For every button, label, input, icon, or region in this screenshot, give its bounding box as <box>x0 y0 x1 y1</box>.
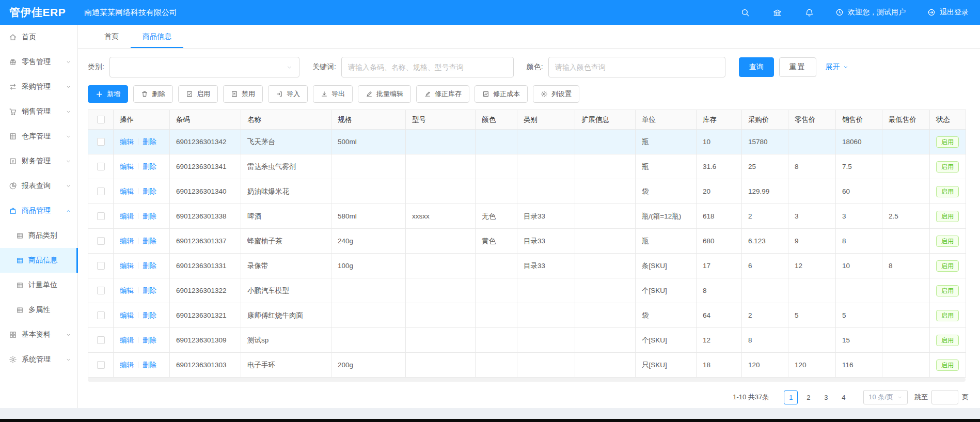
column-header: 单位 <box>636 110 697 130</box>
sidebar-item-label: 财务管理 <box>22 157 51 166</box>
sidebar-subitem[interactable]: 商品信息 <box>0 248 77 273</box>
edit-link[interactable]: 编辑 <box>120 187 134 195</box>
toolbar-button[interactable]: 禁用 <box>223 85 263 103</box>
sidebar-item[interactable]: 首页 <box>0 25 77 50</box>
row-checkbox[interactable] <box>97 163 105 170</box>
cell-sale_price: 18060 <box>836 130 882 154</box>
edit-link[interactable]: 编辑 <box>120 262 134 270</box>
sidebar-subitem[interactable]: 商品类别 <box>0 223 77 248</box>
chevron-down-icon <box>66 332 71 338</box>
sidebar-item[interactable]: 报表查询 <box>0 174 77 198</box>
expand-link[interactable]: 展开 <box>826 62 849 72</box>
toolbar-button[interactable]: 批量编辑 <box>358 85 411 103</box>
toolbar-button[interactable]: 修正成本 <box>475 85 528 103</box>
sidebar-item[interactable]: 商品管理 <box>0 198 77 223</box>
cell-color: 无色 <box>476 204 517 229</box>
sidebar-item[interactable]: 采购管理 <box>0 74 77 99</box>
row-checkbox[interactable] <box>97 187 105 195</box>
edit-link[interactable]: 编辑 <box>120 163 134 170</box>
edit-link[interactable]: 编辑 <box>120 336 134 344</box>
row-checkbox[interactable] <box>97 311 105 319</box>
cell-min_price <box>882 328 930 353</box>
sidebar-item[interactable]: 系统管理 <box>0 347 77 372</box>
bank-icon[interactable] <box>773 8 782 17</box>
cell-color: 黄色 <box>476 229 517 254</box>
sidebar-item[interactable]: 财务管理 <box>0 149 77 174</box>
search-button[interactable]: 查询 <box>739 57 774 77</box>
page-number-button[interactable]: 3 <box>819 390 833 404</box>
page-number-button[interactable]: 2 <box>801 390 815 404</box>
reset-button[interactable]: 重置 <box>779 57 816 77</box>
grid-icon <box>9 331 17 339</box>
tab-active[interactable]: 商品信息 <box>131 25 183 48</box>
select-all-checkbox[interactable] <box>97 116 105 123</box>
row-checkbox[interactable] <box>97 336 105 344</box>
delete-link[interactable]: 删除 <box>143 262 156 270</box>
search-icon[interactable] <box>741 8 750 17</box>
edit-link[interactable]: 编辑 <box>120 212 134 220</box>
table-row: 编辑删除6901236301321康师傅红烧牛肉面袋64255启用 <box>88 303 966 328</box>
user-menu[interactable]: 欢迎您，测试用户 <box>835 8 906 17</box>
cell-barcode: 6901236301338 <box>170 204 241 229</box>
toolbar-button[interactable]: 导入 <box>268 85 308 103</box>
color-input[interactable] <box>548 57 725 77</box>
table-row: 编辑删除6901236301338啤酒580mlxxsxx无色目录33瓶/(箱=… <box>88 204 966 229</box>
delete-link[interactable]: 删除 <box>143 336 156 344</box>
keyword-input[interactable] <box>341 57 514 77</box>
toolbar-button[interactable]: 新增 <box>88 85 128 103</box>
check-square-icon <box>186 90 193 98</box>
horizontal-scrollbar[interactable] <box>88 378 966 382</box>
toolbar-button[interactable]: 删除 <box>133 85 173 103</box>
row-checkbox[interactable] <box>97 237 105 245</box>
table-row: 编辑删除6901236301340奶油味爆米花袋20129.9960启用 <box>88 179 966 204</box>
toolbar-button[interactable]: 列设置 <box>533 85 579 103</box>
sidebar-subitem[interactable]: 计量单位 <box>0 273 77 298</box>
sidebar-subitem[interactable]: 多属性 <box>0 298 77 322</box>
row-checkbox[interactable] <box>97 287 105 294</box>
toolbar-button[interactable]: 修正库存 <box>416 85 469 103</box>
page-size-select[interactable]: 10 条/页 <box>863 390 908 404</box>
tab-bar: 首页商品信息 <box>78 25 980 49</box>
row-checkbox[interactable] <box>97 262 105 270</box>
delete-link[interactable]: 删除 <box>143 138 156 146</box>
edit-link[interactable]: 编辑 <box>120 138 134 146</box>
delete-link[interactable]: 删除 <box>143 311 156 319</box>
edit-link[interactable]: 编辑 <box>120 361 134 369</box>
edit-link[interactable]: 编辑 <box>120 287 134 294</box>
delete-link[interactable]: 删除 <box>143 361 156 369</box>
action-toolbar: 新增删除启用禁用导入导出批量编辑修正库存修正成本列设置 <box>86 85 970 103</box>
cell-unit: 瓶 <box>636 229 697 254</box>
edit-link[interactable]: 编辑 <box>120 237 134 245</box>
row-checkbox[interactable] <box>97 138 105 146</box>
cell-min_price <box>882 278 930 303</box>
category-select[interactable] <box>109 57 299 77</box>
delete-link[interactable]: 删除 <box>143 187 156 195</box>
delete-link[interactable]: 删除 <box>143 163 156 170</box>
cell-category <box>517 179 575 204</box>
sidebar-item[interactable]: 基本资料 <box>0 322 77 347</box>
sidebar-item[interactable]: 销售管理 <box>0 99 77 124</box>
row-checkbox[interactable] <box>97 361 105 369</box>
tab-item[interactable]: 首页 <box>92 25 131 48</box>
sidebar-item[interactable]: 零售管理 <box>0 50 77 74</box>
clock-icon <box>835 8 844 17</box>
jump-page-input[interactable] <box>931 390 958 404</box>
logout-button[interactable]: 退出登录 <box>927 8 969 17</box>
cell-name: 飞天茅台 <box>241 130 331 154</box>
edit-link[interactable]: 编辑 <box>120 311 134 319</box>
toolbar-button[interactable]: 导出 <box>313 85 353 103</box>
page-number-button[interactable]: 1 <box>784 390 798 404</box>
cell-retail_price <box>788 179 836 204</box>
page-number-button[interactable]: 4 <box>836 390 850 404</box>
export-icon <box>321 90 328 98</box>
cell-sale_price: 60 <box>836 179 882 204</box>
row-checkbox[interactable] <box>97 212 105 220</box>
delete-link[interactable]: 删除 <box>143 212 156 220</box>
sidebar-item[interactable]: 仓库管理 <box>0 124 77 149</box>
delete-link[interactable]: 删除 <box>143 287 156 294</box>
close-square-icon <box>231 90 238 98</box>
list-icon <box>16 282 24 289</box>
delete-link[interactable]: 删除 <box>143 237 156 245</box>
toolbar-button[interactable]: 启用 <box>178 85 218 103</box>
bell-icon[interactable] <box>805 8 814 17</box>
